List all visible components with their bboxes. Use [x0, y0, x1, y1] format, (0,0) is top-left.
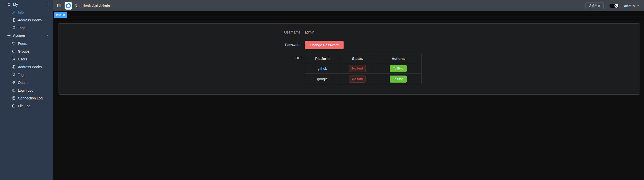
user-name: admin	[624, 4, 635, 8]
column-header-platform: Platform	[305, 54, 340, 63]
gear-icon	[7, 34, 11, 38]
tab-close-icon[interactable]: ✕	[63, 14, 65, 16]
to-bind-button[interactable]: To Bind	[390, 65, 406, 72]
document-icon	[12, 96, 16, 100]
sidebar-item-label: Tags	[18, 26, 25, 30]
sidebar-item-label: Connection Log	[18, 96, 43, 100]
username-label: Username:	[277, 28, 305, 36]
user-icon	[12, 57, 16, 61]
sidebar-item-label: Peers	[18, 42, 27, 46]
actions-cell: To Bind	[375, 74, 422, 84]
sidebar-item-label: File Log	[18, 104, 31, 108]
sidebar-item-groups[interactable]: Groups	[0, 47, 53, 55]
sidebar-item-label: Tags	[18, 73, 25, 77]
platform-cell: google	[305, 74, 340, 84]
box-icon	[12, 104, 16, 108]
no-bind-badge: No bind	[349, 65, 366, 72]
main-content: Username: admin Password: Change Passwor…	[53, 18, 644, 95]
sidebar-item-address-books-system[interactable]: Address Books	[0, 63, 53, 71]
moon-icon	[614, 4, 618, 8]
sidebar-item-tags-my[interactable]: Tags	[0, 24, 53, 32]
actions-cell: To Bind	[375, 63, 422, 74]
sidebar-section-my[interactable]: My	[0, 1, 53, 8]
sidebar-item-label: Groups	[18, 49, 30, 53]
oidc-label: OIDC:	[277, 54, 305, 84]
monitor-icon	[12, 42, 16, 45]
sidebar-item-login-log[interactable]: Login Log	[0, 86, 53, 94]
switch-language-button[interactable]: 切换中文	[585, 2, 604, 9]
sidebar-fold-icon[interactable]	[56, 3, 62, 9]
sidebar-item-label: Address Books	[18, 65, 42, 69]
user-icon	[12, 10, 16, 14]
info-panel: Username: admin Password: Change Passwor…	[59, 23, 640, 95]
bookmark-icon	[12, 26, 16, 30]
column-header-status: Status	[340, 54, 375, 63]
sidebar-item-users[interactable]: Users	[0, 55, 53, 63]
sidebar-item-label: Users	[18, 57, 27, 61]
clipboard-icon	[12, 88, 16, 92]
notebook-icon	[12, 18, 16, 22]
sidebar-section-label: My	[13, 3, 18, 7]
tab-label: Info	[56, 13, 61, 17]
oidc-table-header-row: Platform Status Actions	[305, 54, 422, 63]
header-right-controls: 切换中文 admin	[585, 2, 639, 9]
table-row-google: google No bind To Bind	[305, 74, 422, 84]
no-bind-badge: No bind	[349, 76, 366, 83]
sidebar-item-peers[interactable]: Peers	[0, 40, 53, 47]
sidebar-item-label: Login Log	[18, 88, 34, 92]
sidebar-item-tags-system[interactable]: Tags	[0, 71, 53, 79]
sidebar: My Info Address Books Tags	[0, 0, 53, 180]
app-title: Rustdesk-Api-Admin	[75, 4, 110, 8]
bookmark-icon	[12, 73, 16, 77]
notebook-icon	[12, 65, 16, 69]
user-filled-icon	[7, 3, 11, 6]
sidebar-item-label: Address Books	[18, 18, 42, 22]
sidebar-item-file-log[interactable]: File Log	[0, 102, 53, 110]
username-value: admin	[305, 30, 314, 34]
change-password-button[interactable]: Change Password	[305, 41, 344, 49]
status-cell: No bind	[340, 63, 375, 74]
user-dropdown[interactable]: admin	[624, 4, 639, 8]
chevron-up-icon	[46, 34, 49, 37]
sidebar-section-label: System	[13, 34, 25, 38]
username-row: Username: admin	[277, 28, 422, 36]
oidc-table: Platform Status Actions github No bind	[305, 54, 422, 84]
chat-icon	[12, 49, 16, 53]
top-header: Rustdesk-Api-Admin 切换中文 admin	[53, 0, 644, 11]
paperclip-icon	[12, 81, 16, 84]
sidebar-item-label: Oauth	[18, 81, 27, 85]
sidebar-item-info[interactable]: Info	[0, 8, 53, 16]
oidc-row: OIDC: Platform Status Actions gi	[277, 54, 422, 84]
table-row-github: github No bind To Bind	[305, 63, 422, 74]
user-info-form: Username: admin Password: Change Passwor…	[277, 28, 422, 84]
column-header-actions: Actions	[375, 54, 422, 63]
status-cell: No bind	[340, 74, 375, 84]
sidebar-item-address-books-my[interactable]: Address Books	[0, 16, 53, 24]
password-label: Password:	[277, 41, 305, 49]
sidebar-item-oauth[interactable]: Oauth	[0, 79, 53, 86]
sidebar-menu: My Info Address Books Tags	[0, 0, 53, 110]
sidebar-item-label: Info	[18, 10, 24, 14]
chevron-up-icon	[46, 3, 49, 6]
platform-cell: github	[305, 63, 340, 74]
to-bind-button[interactable]: To Bind	[390, 76, 406, 83]
rustdesk-logo	[65, 2, 72, 10]
password-row: Password: Change Password	[277, 41, 422, 49]
sidebar-section-system[interactable]: System	[0, 32, 53, 40]
theme-toggle[interactable]	[609, 4, 619, 8]
tabs-bar: Info ✕	[53, 11, 644, 18]
chevron-down-icon	[636, 4, 639, 7]
tab-info[interactable]: Info ✕	[54, 12, 67, 18]
sidebar-item-connection-log[interactable]: Connection Log	[0, 94, 53, 102]
